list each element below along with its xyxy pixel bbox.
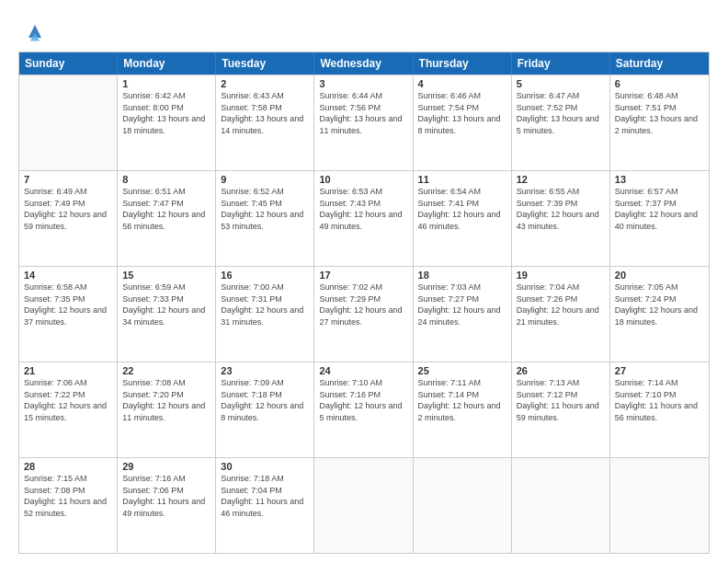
day-info: Sunrise: 7:08 AM Sunset: 7:20 PM Dayligh… (122, 377, 210, 423)
calendar-body: 1 Sunrise: 6:42 AM Sunset: 8:00 PM Dayli… (19, 75, 709, 553)
calendar-cell: 8 Sunrise: 6:51 AM Sunset: 7:47 PM Dayli… (118, 171, 216, 266)
calendar-cell: 15 Sunrise: 6:59 AM Sunset: 7:33 PM Dayl… (118, 267, 216, 362)
day-number: 28 (24, 461, 112, 472)
weekday-header: Monday (118, 52, 216, 75)
day-info: Sunrise: 6:44 AM Sunset: 7:56 PM Dayligh… (319, 90, 407, 136)
calendar-cell (314, 458, 413, 553)
day-info: Sunrise: 6:42 AM Sunset: 8:00 PM Dayligh… (122, 90, 210, 136)
calendar-cell: 27 Sunrise: 7:14 AM Sunset: 7:10 PM Dayl… (610, 362, 709, 457)
day-info: Sunrise: 7:11 AM Sunset: 7:14 PM Dayligh… (418, 377, 506, 423)
calendar-cell: 12 Sunrise: 6:55 AM Sunset: 7:39 PM Dayl… (512, 171, 610, 266)
weekday-header: Thursday (414, 52, 512, 75)
calendar: SundayMondayTuesdayWednesdayThursdayFrid… (18, 52, 710, 554)
weekday-header: Tuesday (216, 52, 314, 75)
day-info: Sunrise: 6:51 AM Sunset: 7:47 PM Dayligh… (122, 186, 210, 232)
day-number: 1 (122, 78, 210, 89)
day-info: Sunrise: 7:16 AM Sunset: 7:06 PM Dayligh… (122, 473, 210, 519)
day-number: 26 (517, 365, 605, 376)
day-number: 29 (122, 461, 210, 472)
calendar-row: 14 Sunrise: 6:58 AM Sunset: 7:35 PM Dayl… (19, 266, 709, 362)
calendar-cell: 9 Sunrise: 6:52 AM Sunset: 7:45 PM Dayli… (216, 171, 314, 266)
day-info: Sunrise: 7:04 AM Sunset: 7:26 PM Dayligh… (517, 282, 605, 327)
day-number: 8 (122, 174, 210, 185)
weekday-header: Sunday (19, 52, 118, 75)
day-info: Sunrise: 7:13 AM Sunset: 7:12 PM Dayligh… (517, 377, 605, 423)
calendar-cell: 26 Sunrise: 7:13 AM Sunset: 7:12 PM Dayl… (512, 362, 610, 457)
day-info: Sunrise: 6:55 AM Sunset: 7:39 PM Dayligh… (517, 186, 605, 232)
day-info: Sunrise: 6:58 AM Sunset: 7:35 PM Dayligh… (24, 282, 112, 327)
calendar-cell: 22 Sunrise: 7:08 AM Sunset: 7:20 PM Dayl… (118, 362, 216, 457)
day-number: 30 (221, 461, 309, 472)
day-number: 16 (221, 270, 309, 281)
day-info: Sunrise: 6:47 AM Sunset: 7:52 PM Dayligh… (517, 90, 605, 136)
day-number: 19 (517, 270, 605, 281)
day-number: 18 (418, 270, 506, 281)
calendar-cell (19, 75, 118, 170)
day-number: 20 (615, 270, 704, 281)
calendar-cell (610, 458, 709, 553)
calendar-cell: 24 Sunrise: 7:10 AM Sunset: 7:16 PM Dayl… (314, 362, 413, 457)
calendar-cell: 17 Sunrise: 7:02 AM Sunset: 7:29 PM Dayl… (314, 267, 413, 362)
calendar-cell: 13 Sunrise: 6:57 AM Sunset: 7:37 PM Dayl… (610, 171, 709, 266)
day-info: Sunrise: 7:10 AM Sunset: 7:16 PM Dayligh… (319, 377, 407, 423)
day-number: 25 (418, 365, 506, 376)
calendar-cell (414, 458, 512, 553)
day-number: 14 (24, 270, 112, 281)
day-number: 15 (122, 270, 210, 281)
logo (18, 18, 48, 44)
day-number: 24 (319, 365, 407, 376)
header (18, 15, 710, 44)
day-info: Sunrise: 7:06 AM Sunset: 7:22 PM Dayligh… (24, 377, 112, 423)
calendar-cell: 20 Sunrise: 7:05 AM Sunset: 7:24 PM Dayl… (610, 267, 709, 362)
day-info: Sunrise: 7:05 AM Sunset: 7:24 PM Dayligh… (615, 282, 704, 327)
calendar-row: 21 Sunrise: 7:06 AM Sunset: 7:22 PM Dayl… (19, 362, 709, 457)
calendar-cell: 3 Sunrise: 6:44 AM Sunset: 7:56 PM Dayli… (314, 75, 413, 170)
day-info: Sunrise: 6:43 AM Sunset: 7:58 PM Dayligh… (221, 90, 309, 136)
day-number: 22 (122, 365, 210, 376)
day-info: Sunrise: 6:53 AM Sunset: 7:43 PM Dayligh… (319, 186, 407, 232)
day-info: Sunrise: 7:03 AM Sunset: 7:27 PM Dayligh… (418, 282, 506, 327)
day-info: Sunrise: 6:49 AM Sunset: 7:49 PM Dayligh… (24, 186, 112, 232)
calendar-row: 28 Sunrise: 7:15 AM Sunset: 7:08 PM Dayl… (19, 457, 709, 553)
calendar-cell: 11 Sunrise: 6:54 AM Sunset: 7:41 PM Dayl… (414, 171, 512, 266)
day-number: 23 (221, 365, 309, 376)
calendar-row: 1 Sunrise: 6:42 AM Sunset: 8:00 PM Dayli… (19, 75, 709, 170)
day-number: 3 (319, 78, 407, 89)
day-number: 10 (319, 174, 407, 185)
day-number: 4 (418, 78, 506, 89)
day-info: Sunrise: 7:00 AM Sunset: 7:31 PM Dayligh… (221, 282, 309, 327)
calendar-cell: 28 Sunrise: 7:15 AM Sunset: 7:08 PM Dayl… (19, 458, 118, 553)
calendar-cell: 25 Sunrise: 7:11 AM Sunset: 7:14 PM Dayl… (414, 362, 512, 457)
calendar-cell (512, 458, 610, 553)
day-info: Sunrise: 7:15 AM Sunset: 7:08 PM Dayligh… (24, 473, 112, 519)
day-info: Sunrise: 7:02 AM Sunset: 7:29 PM Dayligh… (319, 282, 407, 327)
weekday-header: Friday (512, 52, 610, 75)
calendar-cell: 4 Sunrise: 6:46 AM Sunset: 7:54 PM Dayli… (414, 75, 512, 170)
day-number: 17 (319, 270, 407, 281)
day-number: 11 (418, 174, 506, 185)
calendar-cell: 16 Sunrise: 7:00 AM Sunset: 7:31 PM Dayl… (216, 267, 314, 362)
calendar-cell: 23 Sunrise: 7:09 AM Sunset: 7:18 PM Dayl… (216, 362, 314, 457)
calendar-cell: 6 Sunrise: 6:48 AM Sunset: 7:51 PM Dayli… (610, 75, 709, 170)
day-info: Sunrise: 6:54 AM Sunset: 7:41 PM Dayligh… (418, 186, 506, 232)
day-number: 12 (517, 174, 605, 185)
calendar-cell: 5 Sunrise: 6:47 AM Sunset: 7:52 PM Dayli… (512, 75, 610, 170)
day-number: 21 (24, 365, 112, 376)
day-number: 5 (517, 78, 605, 89)
day-number: 13 (615, 174, 704, 185)
calendar-cell: 19 Sunrise: 7:04 AM Sunset: 7:26 PM Dayl… (512, 267, 610, 362)
day-number: 9 (221, 174, 309, 185)
calendar-cell: 1 Sunrise: 6:42 AM Sunset: 8:00 PM Dayli… (118, 75, 216, 170)
calendar-cell: 10 Sunrise: 6:53 AM Sunset: 7:43 PM Dayl… (314, 171, 413, 266)
calendar-cell: 30 Sunrise: 7:18 AM Sunset: 7:04 PM Dayl… (216, 458, 314, 553)
page: SundayMondayTuesdayWednesdayThursdayFrid… (0, 0, 728, 563)
calendar-cell: 7 Sunrise: 6:49 AM Sunset: 7:49 PM Dayli… (19, 171, 118, 266)
day-number: 7 (24, 174, 112, 185)
calendar-cell: 2 Sunrise: 6:43 AM Sunset: 7:58 PM Dayli… (216, 75, 314, 170)
weekday-header: Saturday (610, 52, 709, 75)
day-info: Sunrise: 7:09 AM Sunset: 7:18 PM Dayligh… (221, 377, 309, 423)
day-info: Sunrise: 6:46 AM Sunset: 7:54 PM Dayligh… (418, 90, 506, 136)
calendar-header: SundayMondayTuesdayWednesdayThursdayFrid… (19, 52, 709, 75)
calendar-row: 7 Sunrise: 6:49 AM Sunset: 7:49 PM Dayli… (19, 170, 709, 266)
calendar-cell: 21 Sunrise: 7:06 AM Sunset: 7:22 PM Dayl… (19, 362, 118, 457)
